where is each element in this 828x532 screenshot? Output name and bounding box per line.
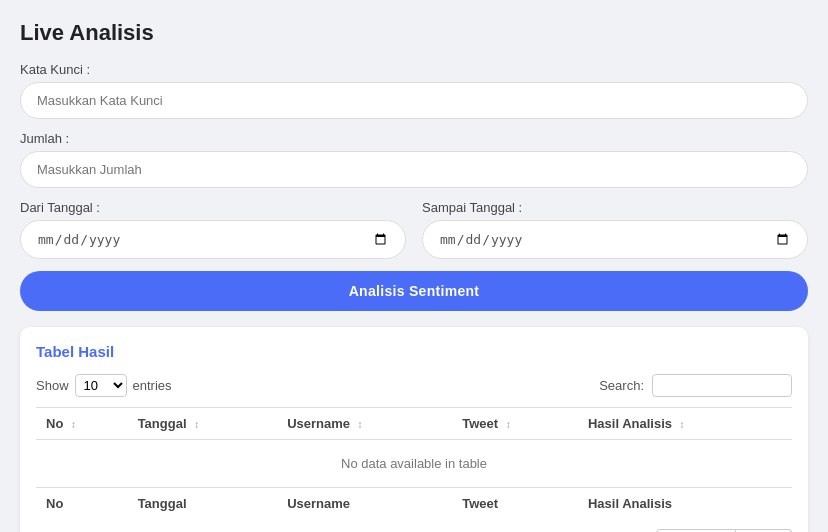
sort-username-icon: ↕ (358, 419, 363, 430)
col-tweet: Tweet ↕ (452, 408, 578, 440)
no-data-message: No data available in table (36, 440, 792, 488)
col-tanggal: Tanggal ↕ (128, 408, 277, 440)
footer-hasil-analisis: Hasil Analisis (578, 488, 792, 520)
footer-username: Username (277, 488, 452, 520)
sampai-tanggal-input[interactable] (422, 220, 808, 259)
table-footer-row: No Tanggal Username Tweet Hasil Analisis (36, 488, 792, 520)
col-hasil-analisis: Hasil Analisis ↕ (578, 408, 792, 440)
sampai-tanggal-label: Sampai Tanggal : (422, 200, 808, 215)
dari-tanggal-input[interactable] (20, 220, 406, 259)
search-section: Search: (599, 374, 792, 397)
entries-label: entries (133, 378, 172, 393)
sampai-tanggal-col: Sampai Tanggal : (422, 200, 808, 259)
footer-tweet: Tweet (452, 488, 578, 520)
jumlah-section: Jumlah : (20, 131, 808, 188)
search-input[interactable] (652, 374, 792, 397)
table-title: Tabel Hasil (36, 343, 792, 360)
dari-tanggal-label: Dari Tanggal : (20, 200, 406, 215)
kata-kunci-label: Kata Kunci : (20, 62, 808, 77)
table-card: Tabel Hasil Show 10 25 50 100 entries Se… (20, 327, 808, 532)
jumlah-label: Jumlah : (20, 131, 808, 146)
search-label: Search: (599, 378, 644, 393)
entries-select[interactable]: 10 25 50 100 (75, 374, 127, 397)
col-username: Username ↕ (277, 408, 452, 440)
sort-tweet-icon: ↕ (506, 419, 511, 430)
no-data-row: No data available in table (36, 440, 792, 488)
sort-no-icon: ↕ (71, 419, 76, 430)
date-row: Dari Tanggal : Sampai Tanggal : (20, 200, 808, 259)
analisis-sentiment-button[interactable]: Analisis Sentiment (20, 271, 808, 311)
sort-hasil-icon: ↕ (680, 419, 685, 430)
table-header-row: No ↕ Tanggal ↕ Username ↕ Tweet ↕ Hasil … (36, 408, 792, 440)
table-controls: Show 10 25 50 100 entries Search: (36, 374, 792, 397)
footer-no: No (36, 488, 128, 520)
kata-kunci-section: Kata Kunci : (20, 62, 808, 119)
dari-tanggal-col: Dari Tanggal : (20, 200, 406, 259)
kata-kunci-input[interactable] (20, 82, 808, 119)
results-table: No ↕ Tanggal ↕ Username ↕ Tweet ↕ Hasil … (36, 407, 792, 519)
jumlah-input[interactable] (20, 151, 808, 188)
sort-tanggal-icon: ↕ (194, 419, 199, 430)
show-label: Show (36, 378, 69, 393)
show-entries: Show 10 25 50 100 entries (36, 374, 172, 397)
col-no: No ↕ (36, 408, 128, 440)
page-title: Live Analisis (20, 20, 808, 46)
footer-tanggal: Tanggal (128, 488, 277, 520)
